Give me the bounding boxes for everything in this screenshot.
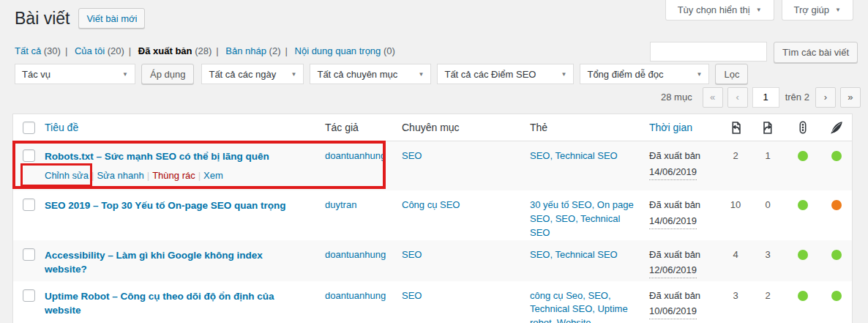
filter-mine-link[interactable]: Của tôi (20) (75, 45, 124, 56)
author-link[interactable]: doantuanhung (325, 150, 386, 161)
readability-score-dot (831, 250, 842, 260)
separator: | (147, 170, 149, 181)
post-title-link[interactable]: Accessibility – Làm gì khi Google không … (45, 248, 325, 277)
post-date: 14/06/2019 (649, 166, 697, 180)
last-page-button[interactable]: » (840, 87, 861, 108)
table-header-row: Tiêu đề Tác giả Chuyên mục Thẻ Thời gian (13, 114, 852, 141)
post-date: 10/06/2019 (649, 305, 697, 319)
pagination: 28 mục « ‹ trên 2 › » (661, 86, 861, 108)
column-header-date[interactable]: Thời gian (649, 122, 719, 133)
category-link[interactable]: Công cụ SEO (402, 199, 460, 210)
prev-page-button[interactable]: ‹ (727, 87, 748, 108)
incoming-links-icon (719, 120, 752, 135)
separator: | (285, 45, 288, 56)
tags-link[interactable]: công cụ Seo, SEO, Technical SEO, Uptime … (530, 290, 628, 323)
separator: | (216, 45, 218, 56)
trash-action-link[interactable]: Thùng rác (152, 170, 195, 181)
category-link[interactable]: SEO (402, 150, 422, 161)
seo-score-filter-select[interactable]: Tất cả các Điểm SEO ▼ (437, 64, 574, 84)
category-filter-select[interactable]: Tất cả chuyên mục ▼ (310, 64, 431, 84)
row-checkbox[interactable] (23, 198, 35, 211)
separator: | (91, 170, 94, 181)
readability-score-dot (831, 151, 842, 161)
select-arrow-icon: ▼ (291, 71, 297, 78)
screen-meta: Tùy chọn hiển thị ▼ Trợ giúp ▼ (665, 0, 853, 21)
current-page-input[interactable] (752, 87, 779, 108)
tags-link[interactable]: SEO, Technical SEO (530, 150, 618, 161)
filter-button[interactable]: Lọc (715, 64, 748, 84)
post-date: 14/06/2019 (649, 215, 697, 229)
row-checkbox[interactable] (23, 149, 35, 162)
bulk-actions-select[interactable]: Tác vụ ▼ (15, 64, 135, 84)
category-link[interactable]: SEO (402, 290, 422, 301)
separator: | (65, 45, 67, 56)
seo-score-icon (784, 120, 821, 135)
incoming-links-count: 2 (719, 141, 752, 190)
column-header-tags: Thẻ (530, 122, 649, 133)
outgoing-links-count: 1 (752, 141, 784, 190)
outgoing-links-count: 2 (752, 281, 784, 323)
post-title-link[interactable]: SEO 2019 – Top 30 Yếu tố On-page SEO qua… (45, 198, 308, 213)
page-title: Bài viết (15, 7, 70, 29)
column-header-title[interactable]: Tiêu đề (45, 122, 325, 133)
post-status: Đã xuất bản (649, 248, 719, 262)
post-title-link[interactable]: Robots.txt – Sức mạnh SEO có thể bị lãng… (45, 149, 291, 164)
quick-edit-action-link[interactable]: Sửa nhanh (97, 170, 143, 181)
search-input[interactable] (650, 42, 767, 62)
apply-button[interactable]: Áp dụng (141, 64, 194, 84)
select-all-checkbox[interactable] (23, 122, 35, 134)
select-arrow-icon: ▼ (419, 71, 424, 78)
post-row: Uptime Robot – Công cụ theo dõi độ ổn đị… (13, 281, 852, 323)
select-arrow-icon: ▼ (122, 71, 128, 78)
posts-admin-page: Tùy chọn hiển thị ▼ Trợ giúp ▼ Bài viết … (0, 0, 868, 323)
post-title-link[interactable]: Uptime Robot – Công cụ theo dõi độ ổn đị… (45, 289, 325, 318)
post-status: Đã xuất bản (649, 289, 719, 303)
filter-cornerstone-link[interactable]: Nội dung quan trọng (0) (295, 45, 395, 56)
column-header-category: Chuyên mục (402, 122, 530, 133)
author-link[interactable]: doantuanhung (325, 290, 386, 301)
chevron-down-icon: ▼ (756, 7, 762, 13)
items-count: 28 mục (661, 92, 692, 103)
seo-score-dot (798, 250, 808, 260)
post-row: SEO 2019 – Top 30 Yếu tố On-page SEO qua… (13, 190, 852, 240)
separator: | (198, 170, 201, 181)
author-link[interactable]: doantuanhung (325, 249, 386, 260)
row-checkbox[interactable] (23, 248, 35, 261)
post-status: Đã xuất bản (649, 198, 719, 212)
incoming-links-count: 4 (719, 240, 752, 281)
tags-link[interactable]: 30 yếu tố SEO, On page SEO, SEO, Technic… (530, 199, 634, 238)
post-row: Accessibility – Làm gì khi Google không … (13, 240, 852, 281)
filter-published-link[interactable]: Đã xuất bản (28) (138, 45, 212, 56)
search-posts-button[interactable]: Tìm các bài viết (774, 42, 858, 63)
row-checkbox[interactable] (23, 289, 35, 302)
readability-filter-select[interactable]: Tổng điểm dễ đọc ▼ (580, 64, 709, 84)
row-actions: Chỉnh sửa|Sửa nhanh|Thùng rác|Xem (45, 169, 325, 183)
incoming-links-count: 3 (719, 281, 752, 323)
outgoing-links-icon (752, 120, 784, 135)
help-button[interactable]: Trợ giúp ▼ (782, 0, 853, 21)
edit-action-link[interactable]: Chỉnh sửa (45, 170, 89, 181)
screen-options-label: Tùy chọn hiển thị (678, 4, 750, 15)
author-link[interactable]: duytran (325, 199, 356, 210)
outgoing-links-count: 0 (752, 190, 784, 240)
view-action-link[interactable]: Xem (203, 170, 223, 181)
seo-score-dot (798, 200, 808, 210)
screen-options-button[interactable]: Tùy chọn hiển thị ▼ (665, 0, 774, 21)
help-label: Trợ giúp (794, 4, 830, 15)
seo-score-dot (798, 151, 808, 161)
total-pages-label: trên 2 (785, 92, 809, 103)
add-new-post-button[interactable]: Viết bài mới (78, 8, 145, 29)
tags-link[interactable]: SEO, Technical SEO (530, 249, 618, 260)
seo-score-dot (798, 291, 808, 301)
filters-bar: Tác vụ ▼ Áp dụng Tất cả các ngày ▼ Tất c… (15, 64, 748, 84)
date-filter-select[interactable]: Tất cả các ngày ▼ (201, 64, 304, 84)
post-status: Đã xuất bản (649, 149, 719, 163)
posts-table: Tiêu đề Tác giả Chuyên mục Thẻ Thời gian… (12, 114, 853, 323)
filter-draft-link[interactable]: Bản nháp (2) (225, 45, 280, 56)
column-header-author: Tác giả (325, 122, 402, 133)
first-page-button[interactable]: « (703, 87, 723, 108)
category-link[interactable]: SEO (402, 249, 422, 260)
title-row: Bài viết Viết bài mới (15, 7, 145, 29)
filter-all-link[interactable]: Tất cả (30) (15, 45, 61, 56)
next-page-button[interactable]: › (815, 87, 836, 108)
